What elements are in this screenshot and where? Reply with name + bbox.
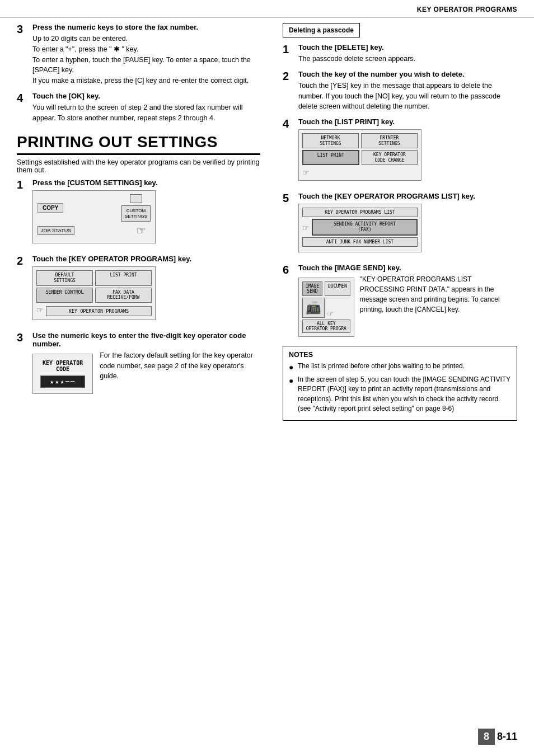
step-5-title: Touch the [KEY OPERATOR PROGRAMS LIST] k…	[298, 192, 475, 200]
bullet-1: ●	[289, 361, 294, 373]
copy-panel-row2: JOB STATUS ☞	[38, 224, 151, 237]
document-key[interactable]: DOCUMEN	[325, 281, 350, 296]
step-2d-title: Touch the key of the number you wish to …	[298, 70, 517, 78]
step-6-body: "KEY OPERATOR PROGRAMS LIST PROCESSING P…	[360, 274, 517, 314]
deleting-passcode-box: Deleting a passcode	[283, 23, 360, 37]
notes-text-2: In the screen of step 5, you can touch t…	[298, 375, 511, 414]
step-num-4a: 4	[17, 92, 28, 124]
section-title: PRINTING OUT SETTINGS	[17, 133, 260, 155]
step-3b-title: Use the numeric keys to enter the five-d…	[32, 331, 260, 348]
all-key-op-key[interactable]: ALL KEY OPERATOR PROGRA	[302, 320, 350, 333]
step-2-content: Touch the [KEY OPERATOR PROGRAMS] key. D…	[32, 255, 191, 325]
step-2-key-op: 2 Touch the [KEY OPERATOR PROGRAMS] key.…	[17, 255, 260, 325]
sending-activity-key[interactable]: SENDING ACTIVITY REPORT(FAX)	[312, 219, 418, 235]
code-label: KEY OPERATOR CODE	[40, 360, 86, 372]
page-body: 3 Press the numeric keys to store the fa…	[0, 17, 534, 421]
left-column: 3 Press the numeric keys to store the fa…	[17, 17, 271, 421]
anti-junk-key[interactable]: ANTI JUNK FAX NUMBER LIST	[302, 237, 418, 247]
step-num-5: 5	[283, 192, 294, 257]
custom-settings-btn[interactable]: CUSTOMSETTINGS	[121, 205, 151, 222]
step-4a-body: You will return to the screen of step 2 …	[32, 102, 260, 124]
printer-settings-key[interactable]: PRINTERSETTINGS	[361, 133, 418, 148]
prog-row1: DEFAULTSETTINGS LIST PRINT	[36, 270, 152, 285]
step-num-3a: 3	[17, 24, 28, 86]
step-1-delete: 1 Touch the [DELETE] key. The passcode d…	[283, 43, 517, 64]
copy-label: COPY	[38, 203, 63, 213]
step-3a-content: Press the numeric keys to store the fax …	[32, 23, 260, 86]
job-status-btn[interactable]: JOB STATUS	[38, 226, 74, 235]
notes-item-2: ● In the screen of step 5, you can touch…	[289, 375, 511, 414]
step-2-touch-delete: 2 Touch the key of the number you wish t…	[283, 70, 517, 112]
step-num-2d: 2	[283, 71, 294, 112]
prog-row2: SENDER CONTROL FAX DATARECEIVE/FORW	[36, 288, 152, 303]
step-num-1d: 1	[283, 44, 294, 64]
page-tab: 8	[478, 729, 495, 745]
net-row2: LIST PRINT KEY OPERATORCODE CHANGE	[302, 150, 418, 165]
notes-box: NOTES ● The list is printed before other…	[283, 346, 517, 421]
step-4r-content: Touch the [LIST PRINT] key. NETWORKSETTI…	[298, 118, 421, 186]
page-number: 8-11	[497, 731, 517, 743]
step-5-kop-list: 5 Touch the [KEY OPERATOR PROGRAMS LIST]…	[283, 192, 517, 257]
step-3-code: 3 Use the numeric keys to enter the five…	[17, 331, 260, 400]
step-1-title: Press the [CUSTOM SETTINGS] key.	[32, 179, 157, 187]
fax-icon: 📠	[302, 298, 325, 318]
step-3b-content: Use the numeric keys to enter the five-d…	[32, 331, 260, 400]
step-6-title: Touch the [IMAGE SEND] key.	[298, 264, 517, 272]
fax-data-key[interactable]: FAX DATARECEIVE/FORW	[95, 288, 152, 303]
step-1d-title: Touch the [DELETE] key.	[298, 43, 415, 51]
img-send-panel: IMAGE SEND DOCUMEN 📠 ☞ ALL KEY OPERATOR …	[298, 278, 354, 337]
key-operator-programs-key[interactable]: KEY OPERATOR PROGRAMS	[46, 306, 152, 316]
step-5-content: Touch the [KEY OPERATOR PROGRAMS LIST] k…	[298, 192, 475, 257]
step-1-content: Press the [CUSTOM SETTINGS] key. COPY CU…	[32, 179, 157, 249]
step-1-custom: 1 Press the [CUSTOM SETTINGS] key. COPY …	[17, 179, 260, 249]
copy-panel-row1: COPY CUSTOMSETTINGS	[38, 194, 151, 222]
kop-list-key[interactable]: KEY OPERATOR PROGRAMS LIST	[302, 208, 418, 217]
step-num-3b: 3	[17, 332, 28, 400]
step-6-image-send: 6 Touch the [IMAGE SEND] key. IMAGE SEND…	[283, 264, 517, 340]
key-op-code-change-key[interactable]: KEY OPERATORCODE CHANGE	[362, 150, 418, 165]
step-num-4r: 4	[283, 118, 294, 186]
code-stars: ★★★──	[40, 375, 85, 388]
step-1d-body: The passcode delete screen appears.	[298, 54, 415, 64]
list-print-key[interactable]: LIST PRINT	[95, 270, 152, 285]
code-panel: KEY OPERATOR CODE ★★★──	[32, 354, 93, 394]
step-2d-content: Touch the key of the number you wish to …	[298, 70, 517, 112]
copy-panel: COPY CUSTOMSETTINGS JOB STATUS ☞	[32, 190, 156, 243]
img-send-row1: IMAGE SEND DOCUMEN	[302, 281, 350, 296]
step-6-content: Touch the [IMAGE SEND] key. IMAGE SEND D…	[298, 264, 517, 340]
default-settings-key[interactable]: DEFAULTSETTINGS	[36, 270, 93, 285]
step-num-2: 2	[17, 255, 28, 325]
header-title: KEY OPERATOR PROGRAMS	[417, 6, 517, 13]
step-num-1: 1	[17, 179, 28, 249]
step-4a-content: Touch the [OK] key. You will return to t…	[32, 92, 260, 124]
step-num-6: 6	[283, 264, 294, 340]
page-header: KEY OPERATOR PROGRAMS	[0, 0, 534, 17]
deleting-title: Deleting a passcode	[289, 26, 354, 34]
image-send-key[interactable]: IMAGE SEND	[302, 281, 322, 296]
sender-control-key[interactable]: SENDER CONTROL	[36, 288, 93, 303]
img-send-row2: 📠 ☞	[302, 298, 350, 318]
step-3b-body: For the factory default setting for the …	[100, 350, 260, 382]
step-4r-title: Touch the [LIST PRINT] key.	[298, 118, 421, 126]
page-footer: 8 8-11	[478, 729, 517, 745]
step-2d-body: Touch the [YES] key in the message that …	[298, 81, 517, 112]
net-panel: NETWORKSETTINGS PRINTERSETTINGS LIST PRI…	[298, 129, 421, 181]
section-intro: Settings established with the key operat…	[17, 158, 260, 174]
list-print-key-r[interactable]: LIST PRINT	[302, 150, 359, 165]
programs-panel: DEFAULTSETTINGS LIST PRINT SENDER CONTRO…	[32, 266, 156, 320]
step-1d-content: Touch the [DELETE] key. The passcode del…	[298, 43, 415, 64]
step-4-ok: 4 Touch the [OK] key. You will return to…	[17, 92, 260, 124]
step-3b-inline: KEY OPERATOR CODE ★★★── For the factory …	[32, 350, 260, 400]
step-3a-body: Up to 20 digits can be entered. To enter…	[32, 34, 260, 86]
step-4a-title: Touch the [OK] key.	[32, 92, 260, 100]
step-2-title: Touch the [KEY OPERATOR PROGRAMS] key.	[32, 255, 191, 263]
net-row1: NETWORKSETTINGS PRINTERSETTINGS	[302, 133, 418, 148]
right-column: Deleting a passcode 1 Touch the [DELETE]…	[271, 17, 517, 421]
step-4-list-print: 4 Touch the [LIST PRINT] key. NETWORKSET…	[283, 118, 517, 186]
step-3a-title: Press the numeric keys to store the fax …	[32, 23, 260, 31]
notes-title: NOTES	[289, 351, 511, 359]
network-settings-key[interactable]: NETWORKSETTINGS	[302, 133, 359, 148]
notes-item-1: ● The list is printed before other jobs …	[289, 361, 511, 373]
kop-panel: KEY OPERATOR PROGRAMS LIST ☞ SENDING ACT…	[298, 204, 421, 252]
notes-text-1: The list is printed before other jobs wa…	[298, 361, 465, 373]
